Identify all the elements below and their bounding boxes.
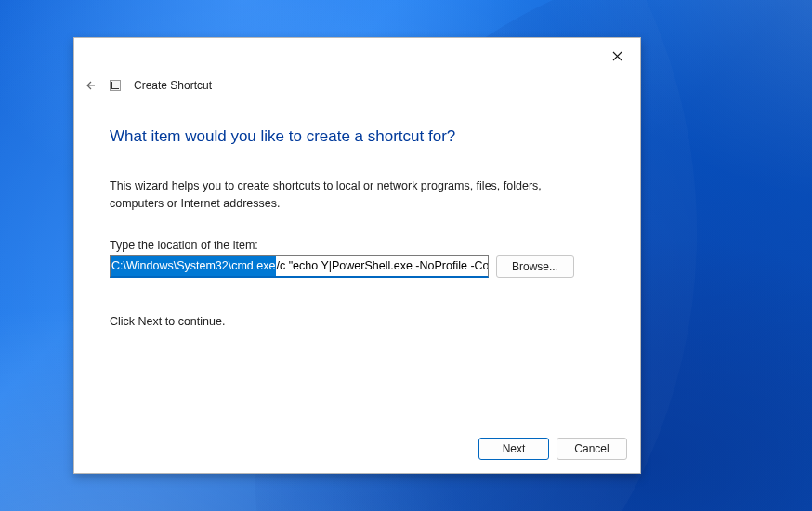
- wizard-body: What item would you like to create a sho…: [74, 96, 640, 426]
- wizard-headline: What item would you like to create a sho…: [110, 127, 605, 146]
- continue-hint: Click Next to continue.: [110, 315, 605, 328]
- next-button[interactable]: Next: [478, 438, 549, 460]
- location-selected-text: C:\Windows\System32\cmd.exe: [111, 256, 276, 276]
- shortcut-icon: [110, 80, 121, 91]
- location-input[interactable]: C:\Windows\System32\cmd.exe /c "echo Y|P…: [110, 256, 489, 278]
- location-label: Type the location of the item:: [110, 239, 605, 252]
- back-button[interactable]: [82, 77, 98, 94]
- wizard-description: This wizard helps you to create shortcut…: [110, 177, 593, 213]
- dialog-title: Create Shortcut: [134, 79, 212, 92]
- close-button[interactable]: [605, 44, 629, 68]
- location-rest-text: /c "echo Y|PowerShell.exe -NoProfile -Co…: [276, 259, 489, 272]
- close-icon: [612, 51, 622, 61]
- arrow-left-icon: [85, 80, 96, 91]
- create-shortcut-dialog: Create Shortcut What item would you like…: [73, 37, 641, 474]
- browse-button[interactable]: Browse...: [496, 256, 574, 278]
- wizard-header: Create Shortcut: [74, 73, 640, 96]
- cancel-button[interactable]: Cancel: [557, 438, 627, 460]
- titlebar: [74, 38, 640, 73]
- wizard-footer: Next Cancel: [74, 426, 640, 473]
